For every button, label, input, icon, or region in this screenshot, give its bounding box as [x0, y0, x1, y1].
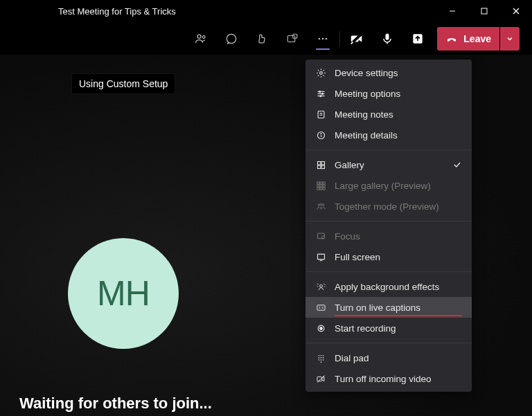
camera-button[interactable]: [342, 22, 372, 55]
svg-rect-32: [321, 161, 324, 164]
svg-point-68: [320, 361, 321, 363]
svg-point-22: [319, 91, 320, 92]
svg-point-67: [322, 359, 323, 361]
svg-rect-1: [481, 8, 487, 14]
gear-icon: [315, 67, 326, 78]
more-actions-button[interactable]: [308, 22, 338, 55]
info-icon: [315, 129, 326, 141]
menu-incoming-video[interactable]: Turn off incoming video: [305, 368, 472, 389]
hangup-icon: [445, 33, 458, 45]
svg-point-51: [319, 284, 322, 287]
window-title: Test Meeting for Tips & Tricks: [58, 6, 176, 17]
svg-point-23: [321, 93, 323, 94]
window-controls: [436, 0, 532, 22]
svg-point-45: [320, 204, 322, 206]
menu-live-captions[interactable]: Turn on live captions: [305, 297, 472, 318]
svg-rect-43: [323, 188, 325, 190]
minimize-button[interactable]: [436, 0, 468, 22]
svg-rect-25: [318, 111, 324, 118]
menu-background-effects[interactable]: Apply background effects: [305, 276, 472, 297]
svg-line-53: [317, 286, 317, 287]
share-button[interactable]: [402, 22, 433, 55]
leave-label: Leave: [463, 33, 491, 44]
menu-meeting-details[interactable]: Meeting details: [305, 125, 472, 145]
svg-point-5: [203, 35, 206, 38]
menu-gallery[interactable]: Gallery: [305, 154, 472, 175]
svg-point-30: [321, 133, 321, 134]
menu-focus: Focus: [305, 226, 472, 246]
reactions-button[interactable]: [247, 22, 277, 55]
svg-rect-48: [321, 235, 324, 238]
chat-button[interactable]: [216, 22, 247, 55]
svg-rect-49: [317, 254, 324, 260]
waiting-message: Waiting for others to join...: [19, 395, 212, 413]
menu-meeting-options[interactable]: Meeting options: [305, 83, 472, 104]
menu-label: Full screen: [335, 252, 380, 262]
svg-rect-37: [323, 181, 325, 183]
svg-rect-31: [317, 161, 320, 164]
fullscreen-icon: [315, 251, 326, 262]
svg-rect-7: [288, 35, 296, 42]
menu-label: Large gallery (Preview): [335, 181, 431, 191]
menu-label: Gallery: [335, 160, 364, 170]
svg-rect-41: [317, 188, 319, 190]
rooms-button[interactable]: [277, 22, 308, 55]
menu-dial-pad[interactable]: Dial pad: [305, 347, 472, 368]
menu-meeting-notes[interactable]: Meeting notes: [305, 104, 472, 125]
record-icon: [315, 323, 326, 334]
close-button[interactable]: [500, 0, 532, 22]
more-actions-menu: Device settings Meeting options Meeting …: [305, 60, 472, 392]
menu-separator: [305, 271, 472, 272]
menu-separator: [305, 221, 472, 221]
svg-point-6: [227, 34, 236, 43]
menu-device-settings[interactable]: Device settings: [305, 62, 472, 83]
video-off-icon: [315, 373, 326, 384]
highlight-underline: [335, 315, 462, 316]
svg-point-44: [318, 204, 320, 206]
menu-label: Start recording: [335, 323, 396, 334]
svg-point-59: [318, 354, 319, 356]
menu-label: Meeting notes: [335, 109, 393, 120]
cc-icon: [315, 302, 326, 313]
menu-label: Meeting details: [335, 130, 398, 141]
gallery-icon: [315, 159, 326, 170]
svg-point-65: [318, 359, 319, 361]
maximize-button[interactable]: [468, 0, 500, 22]
setup-tooltip: Using Custom Setup: [71, 73, 175, 94]
svg-rect-56: [317, 305, 324, 310]
notes-icon: [315, 109, 326, 120]
microphone-button[interactable]: [372, 22, 402, 55]
menu-full-screen[interactable]: Full screen: [305, 246, 472, 267]
svg-point-58: [319, 327, 322, 329]
svg-point-18: [319, 71, 322, 74]
menu-large-gallery: Large gallery (Preview): [305, 175, 472, 196]
leave-caret-button[interactable]: [500, 27, 520, 51]
svg-rect-33: [317, 165, 320, 168]
menu-label: Meeting options: [335, 89, 400, 99]
menu-label: Turn off incoming video: [335, 374, 432, 384]
people-button[interactable]: [186, 22, 216, 55]
menu-label: Apply background effects: [335, 282, 439, 292]
background-icon: [315, 281, 326, 292]
menu-together-mode: Together mode (Preview): [305, 196, 472, 217]
dialpad-icon: [315, 352, 326, 363]
svg-rect-36: [319, 181, 321, 183]
toolbar-separator: [339, 31, 340, 46]
menu-label: Turn on live captions: [335, 302, 420, 313]
svg-rect-40: [323, 184, 325, 186]
svg-line-52: [317, 283, 318, 284]
svg-line-55: [323, 286, 324, 287]
large-gallery-icon: [315, 180, 326, 191]
svg-point-11: [326, 37, 328, 39]
active-indicator: [316, 48, 330, 50]
svg-point-46: [322, 204, 324, 206]
leave-group: Leave: [437, 27, 520, 51]
titlebar: Test Meeting for Tips & Tricks: [0, 0, 532, 22]
leave-button[interactable]: Leave: [437, 27, 499, 51]
menu-label: Together mode (Preview): [335, 201, 439, 212]
svg-rect-38: [317, 184, 319, 186]
menu-separator: [305, 343, 472, 343]
menu-start-recording[interactable]: Start recording: [305, 318, 472, 338]
svg-point-10: [322, 37, 324, 39]
meeting-stage: Using Custom Setup MH Waiting for others…: [0, 55, 532, 416]
